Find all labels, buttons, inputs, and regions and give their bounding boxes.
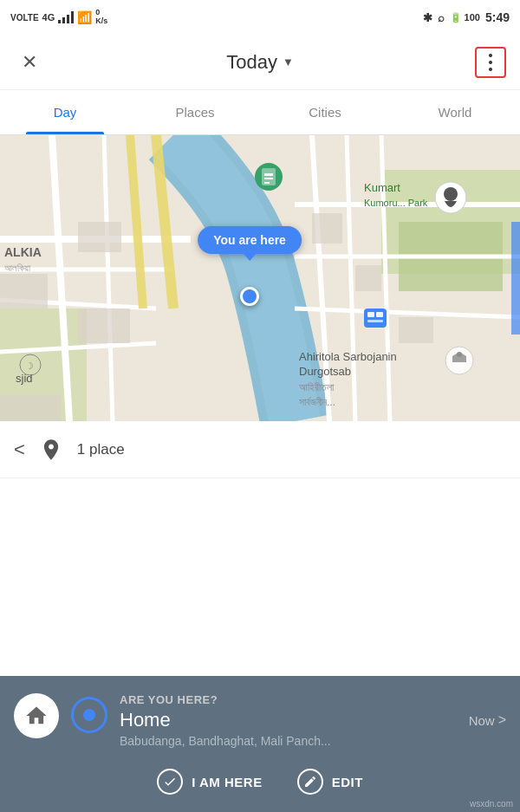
carrier-label: VOLTE bbox=[10, 13, 39, 23]
location-dot bbox=[240, 287, 259, 306]
svg-text:☽: ☽ bbox=[25, 361, 34, 371]
location-indicator-dot bbox=[83, 709, 95, 721]
svg-rect-20 bbox=[78, 309, 130, 343]
svg-rect-49 bbox=[511, 222, 520, 335]
edit-svg bbox=[303, 775, 317, 789]
data-stat: 0K/s bbox=[95, 9, 107, 26]
home-icon-circle bbox=[14, 693, 59, 738]
battery-icon: 🔋 100 bbox=[450, 12, 480, 23]
svg-rect-32 bbox=[364, 309, 387, 328]
svg-rect-29 bbox=[264, 182, 270, 184]
card-text: ARE YOU HERE? Home Now > Babudanga, Band… bbox=[120, 693, 506, 748]
svg-point-31 bbox=[444, 187, 458, 201]
home-label: Home bbox=[120, 709, 171, 731]
edit-label: EDIT bbox=[332, 775, 363, 789]
action-buttons: I AM HERE EDIT bbox=[14, 769, 506, 795]
close-icon: ✕ bbox=[22, 51, 37, 74]
tab-cities[interactable]: Cities bbox=[260, 90, 390, 134]
tabs-bar: Day Places Cities World bbox=[0, 90, 520, 135]
check-icon bbox=[157, 769, 183, 795]
tab-world[interactable]: World bbox=[390, 90, 520, 134]
location-icon-wrapper bbox=[39, 438, 63, 462]
map-svg: ☽ ALKIA আলকিয়া Kumart Kumoru... Park Ah… bbox=[0, 135, 520, 421]
location-card: ARE YOU HERE? Home Now > Babudanga, Band… bbox=[14, 693, 506, 748]
svg-rect-33 bbox=[367, 312, 374, 317]
svg-text:Ahiritola Sarbojanin: Ahiritola Sarbojanin bbox=[299, 350, 397, 363]
location-indicator-circle bbox=[71, 697, 107, 733]
svg-point-37 bbox=[457, 352, 462, 357]
i-am-here-button[interactable]: I AM HERE bbox=[157, 769, 262, 795]
status-bar: VOLTE 4G 📶 0K/s ✱ ⌕ 🔋 100 5:49 bbox=[0, 0, 520, 35]
close-button[interactable]: ✕ bbox=[14, 47, 45, 78]
clock: 5:49 bbox=[485, 10, 510, 24]
svg-text:Kumoru... Park: Kumoru... Park bbox=[364, 198, 428, 208]
i-am-here-label: I AM HERE bbox=[192, 775, 262, 789]
place-count-text: 1 place bbox=[77, 441, 125, 458]
svg-rect-24 bbox=[399, 317, 433, 343]
svg-text:sjid: sjid bbox=[16, 372, 33, 385]
svg-text:আলকিয়া: আলকিয়া bbox=[4, 263, 31, 273]
status-left: VOLTE 4G 📶 0K/s bbox=[10, 9, 107, 26]
top-nav: ✕ Today ▼ bbox=[0, 35, 520, 90]
dropdown-arrow-icon[interactable]: ▼ bbox=[283, 55, 294, 68]
svg-rect-18 bbox=[0, 274, 48, 309]
svg-rect-28 bbox=[264, 178, 273, 179]
checkmark-svg bbox=[163, 775, 177, 789]
location-status-icon: ⌕ bbox=[438, 11, 445, 24]
edit-icon bbox=[297, 769, 323, 795]
back-button[interactable]: < bbox=[14, 438, 25, 461]
svg-text:Kumart: Kumart bbox=[364, 181, 400, 194]
svg-rect-27 bbox=[264, 173, 273, 176]
watermark: wsxdn.com bbox=[470, 799, 513, 809]
svg-rect-19 bbox=[78, 222, 121, 252]
now-text: Now bbox=[469, 713, 495, 728]
svg-text:সার্বজনীন...: সার্বজনীন... bbox=[299, 396, 335, 408]
three-dots-icon bbox=[489, 54, 492, 71]
home-icon bbox=[24, 704, 49, 728]
location-pin-icon bbox=[39, 438, 63, 462]
chevron-right-icon: > bbox=[498, 712, 506, 728]
now-row: Now > bbox=[469, 712, 506, 728]
home-title-row: Home Now > bbox=[120, 709, 506, 731]
info-bar: < 1 place bbox=[0, 421, 520, 478]
are-you-here-label: ARE YOU HERE? bbox=[120, 693, 506, 706]
tab-places[interactable]: Places bbox=[130, 90, 260, 134]
svg-rect-34 bbox=[376, 312, 383, 317]
bottom-panel: ARE YOU HERE? Home Now > Babudanga, Band… bbox=[0, 676, 520, 812]
svg-text:Durgotsab: Durgotsab bbox=[299, 365, 351, 378]
edit-button[interactable]: EDIT bbox=[297, 769, 363, 795]
address-text: Babudanga, Bandhaghat, Mali Panch... bbox=[120, 734, 506, 748]
svg-rect-21 bbox=[0, 395, 61, 421]
tab-day[interactable]: Day bbox=[0, 90, 130, 134]
svg-rect-23 bbox=[355, 265, 381, 291]
map-view[interactable]: ☽ ALKIA আলকিয়া Kumart Kumoru... Park Ah… bbox=[0, 135, 520, 421]
more-options-button[interactable] bbox=[475, 47, 506, 78]
svg-text:ALKIA: ALKIA bbox=[4, 245, 42, 259]
bluetooth-icon: ✱ bbox=[423, 11, 432, 24]
wifi-icon: 📶 bbox=[77, 10, 92, 24]
nav-title-text: Today bbox=[226, 51, 277, 74]
network-type: 4G bbox=[42, 12, 55, 23]
nav-title: Today ▼ bbox=[226, 51, 294, 74]
status-right: ✱ ⌕ 🔋 100 5:49 bbox=[423, 10, 510, 24]
svg-rect-35 bbox=[367, 320, 383, 322]
svg-rect-22 bbox=[312, 213, 342, 244]
signal-icon bbox=[58, 11, 74, 23]
svg-text:আহিরীতলা: আহিরীতলা bbox=[299, 381, 335, 393]
you-are-here-bubble: You are here bbox=[198, 226, 302, 254]
